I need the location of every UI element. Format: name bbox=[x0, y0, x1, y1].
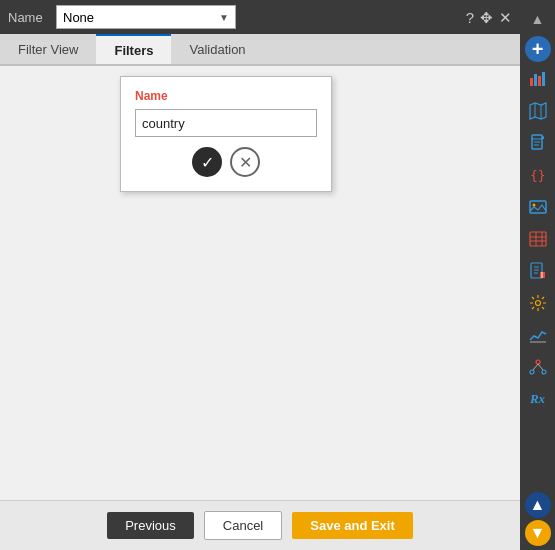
map-icon[interactable] bbox=[523, 96, 553, 126]
svg-text:{}: {} bbox=[530, 168, 546, 183]
formula-icon[interactable]: Rx bbox=[523, 384, 553, 414]
move-icon[interactable]: ✥ bbox=[480, 10, 493, 25]
nav-down-icon[interactable]: ▼ bbox=[525, 520, 551, 546]
popup-name-label: Name bbox=[135, 89, 317, 103]
tabs-bar: Filter View Filters Validation bbox=[0, 34, 520, 66]
confirm-button[interactable]: ✓ bbox=[192, 147, 222, 177]
network-icon[interactable] bbox=[523, 352, 553, 382]
work-area: Name ✓ ✕ bbox=[0, 66, 520, 500]
help-icon[interactable]: ? bbox=[466, 10, 474, 25]
popup-cancel-button[interactable]: ✕ bbox=[230, 147, 260, 177]
dropdown-value: None bbox=[63, 10, 94, 25]
line-chart-icon[interactable] bbox=[523, 320, 553, 350]
document-icon[interactable] bbox=[523, 128, 553, 158]
nav-up-icon[interactable]: ▲ bbox=[525, 492, 551, 518]
svg-line-26 bbox=[533, 364, 538, 370]
svg-marker-4 bbox=[530, 103, 546, 119]
chart-bar-icon[interactable] bbox=[523, 64, 553, 94]
image-icon[interactable] bbox=[523, 192, 553, 222]
table-icon[interactable] bbox=[523, 224, 553, 254]
svg-point-23 bbox=[536, 360, 540, 364]
svg-rect-11 bbox=[530, 232, 546, 246]
main-content: Name None ▼ ? ✥ ✕ Filter View Filters Va… bbox=[0, 0, 520, 550]
svg-point-24 bbox=[530, 370, 534, 374]
svg-rect-2 bbox=[538, 76, 541, 86]
header-bar: Name None ▼ ? ✥ ✕ bbox=[0, 0, 520, 34]
svg-line-27 bbox=[538, 364, 543, 370]
name-label: Name bbox=[8, 10, 48, 25]
chevron-down-icon: ▼ bbox=[219, 12, 229, 23]
name-input[interactable] bbox=[135, 109, 317, 137]
name-popup: Name ✓ ✕ bbox=[120, 76, 332, 192]
previous-button[interactable]: Previous bbox=[107, 512, 194, 539]
tab-filters[interactable]: Filters bbox=[96, 34, 171, 64]
tab-filter-view[interactable]: Filter View bbox=[0, 34, 96, 64]
code-icon[interactable]: {} bbox=[523, 160, 553, 190]
svg-rect-0 bbox=[530, 78, 533, 86]
close-icon[interactable]: ✕ bbox=[499, 10, 512, 25]
svg-rect-1 bbox=[534, 74, 537, 86]
gear-icon[interactable] bbox=[523, 288, 553, 318]
svg-point-21 bbox=[535, 301, 540, 306]
svg-point-10 bbox=[532, 204, 535, 207]
save-exit-button[interactable]: Save and Exit bbox=[292, 512, 413, 539]
add-icon[interactable]: + bbox=[525, 36, 551, 62]
svg-point-25 bbox=[542, 370, 546, 374]
name-dropdown[interactable]: None ▼ bbox=[56, 5, 236, 29]
tab-validation[interactable]: Validation bbox=[171, 34, 263, 64]
popup-actions: ✓ ✕ bbox=[135, 147, 317, 177]
x-icon: ✕ bbox=[239, 153, 252, 172]
header-icons: ? ✥ ✕ bbox=[466, 10, 512, 25]
scroll-up-icon[interactable]: ▲ bbox=[523, 4, 553, 34]
svg-rect-3 bbox=[542, 72, 545, 86]
report-icon[interactable] bbox=[523, 256, 553, 286]
checkmark-icon: ✓ bbox=[201, 153, 214, 172]
footer-bar: Previous Cancel Save and Exit bbox=[0, 500, 520, 550]
cancel-button[interactable]: Cancel bbox=[204, 511, 282, 540]
right-sidebar: ▲ + {} bbox=[520, 0, 555, 550]
